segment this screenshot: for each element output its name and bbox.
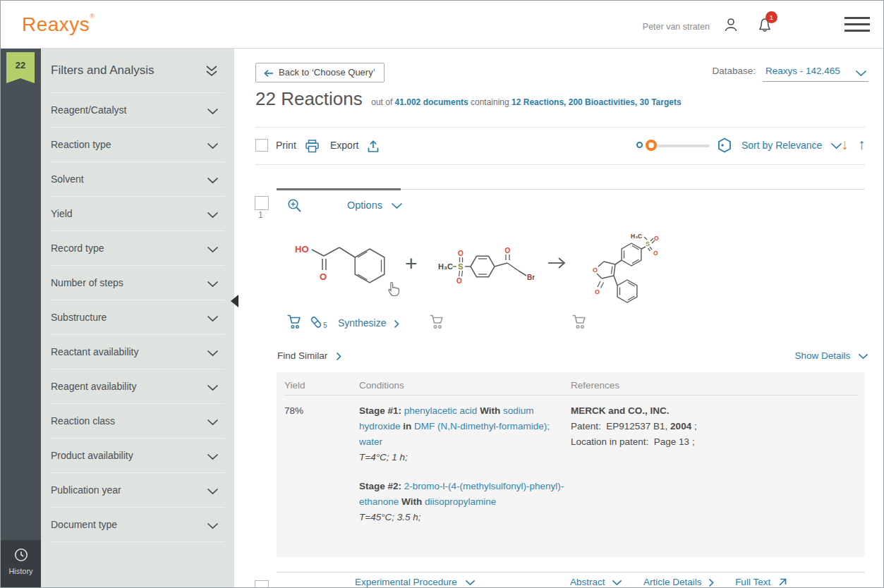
export-upload-icon	[367, 140, 380, 153]
structure-size-min-dot	[636, 142, 643, 148]
reactant-structure-bromoketone[interactable]: H₃C S O O O Br	[437, 247, 535, 286]
chevron-down-icon	[207, 246, 219, 253]
chevron-down-icon	[465, 580, 476, 586]
structure-size-slider-handle[interactable]	[646, 140, 657, 151]
filter-solvent[interactable]: Solvent	[51, 162, 224, 197]
chevron-right-icon	[336, 352, 341, 361]
next-reaction-checkbox[interactable]	[255, 580, 269, 588]
find-similar-link[interactable]: Find Similar	[277, 350, 341, 361]
filter-reagent-availability[interactable]: Reagent availability	[51, 369, 224, 404]
containing-text: containing	[471, 97, 509, 107]
chevron-down-icon	[207, 142, 219, 149]
chevron-right-icon	[708, 578, 714, 587]
print-button[interactable]: Print	[276, 140, 320, 153]
filter-number-of-steps[interactable]: Number of steps	[51, 266, 224, 300]
svg-text:O: O	[653, 250, 658, 257]
main-menu-button[interactable]	[844, 17, 870, 32]
divider	[255, 127, 865, 128]
reaction-select-checkbox[interactable]	[255, 196, 269, 210]
add-to-cart-icon-reactant2[interactable]	[429, 314, 446, 330]
synthesize-label: Synthesize	[338, 317, 386, 329]
references-cell: MERCK and CO., INC. Patent: EP912537 B1,…	[571, 403, 853, 450]
collapse-filters-handle[interactable]	[231, 295, 238, 307]
abstract-dropdown[interactable]: Abstract	[570, 577, 625, 587]
commercial-availability-pill-icon[interactable]: 5	[309, 315, 327, 329]
database-selector-row: Database:Reaxys - 142.465	[712, 66, 868, 82]
filter-product-availability[interactable]: Product availability	[51, 439, 224, 473]
chevron-down-icon	[207, 315, 219, 322]
svg-text:O: O	[458, 250, 464, 257]
svg-text:O: O	[456, 277, 462, 285]
filter-reaction-type[interactable]: Reaction type	[51, 128, 224, 162]
filter-yield[interactable]: Yield	[51, 197, 224, 231]
filter-publication-year[interactable]: Publication year	[51, 473, 224, 508]
filter-record-type[interactable]: Record type	[51, 231, 224, 266]
profile-button[interactable]	[722, 16, 739, 36]
back-to-choose-query-button[interactable]: Back to ‘Choose Query’	[255, 63, 385, 82]
filters-panel-header[interactable]: Filters and Analysis	[51, 49, 224, 93]
filter-reagent-catalyst[interactable]: Reagent/Catalyst	[51, 93, 224, 128]
divider	[277, 572, 865, 572]
find-similar-label: Find Similar	[277, 350, 327, 361]
database-value: Reaxys - 142.465	[765, 66, 840, 76]
results-area: Back to ‘Choose Query’ Database:Reaxys -…	[234, 49, 884, 588]
reactant-structure-phenylacetic-acid[interactable]: HO O	[293, 239, 399, 295]
filters-panel: Filters and Analysis Reagent/Catalyst Re…	[41, 49, 234, 588]
col-header-yield: Yield	[284, 380, 305, 391]
svg-text:O: O	[593, 267, 598, 274]
chevron-down-icon	[207, 108, 219, 115]
export-button[interactable]: Export	[330, 140, 380, 153]
svg-text:S: S	[646, 240, 650, 247]
external-link-icon	[777, 577, 787, 587]
full-text-link[interactable]: Full Text	[735, 577, 787, 587]
add-to-cart-icon-product[interactable]	[571, 314, 588, 330]
chevron-down-icon	[207, 522, 219, 529]
print-label: Print	[276, 140, 296, 151]
database-select[interactable]: Reaxys - 142.465	[763, 66, 868, 82]
filter-reaction-class[interactable]: Reaction class	[51, 404, 224, 439]
print-select-checkbox[interactable]	[255, 139, 268, 152]
pill-icon	[309, 315, 323, 329]
reference-location: Location in patent: Page 13 ;	[571, 434, 853, 450]
stage1-text[interactable]: Stage #1: phenylacetic acid With sodium …	[359, 403, 572, 450]
reaxys-logo[interactable]: Reaxys®	[22, 13, 95, 36]
experimental-procedure-dropdown[interactable]: Experimental Procedure	[355, 577, 476, 587]
commercial-count: 5	[323, 321, 327, 329]
experimental-procedure-label: Experimental Procedure	[355, 577, 457, 587]
reaction-index: 1	[258, 210, 263, 220]
col-header-conditions: Conditions	[359, 380, 404, 391]
facet-link-targets[interactable]: 30 Targets	[640, 97, 682, 107]
options-dropdown[interactable]: Options	[347, 200, 403, 211]
sort-label: Sort by Relevance	[741, 140, 822, 151]
svg-text:Br: Br	[527, 274, 535, 281]
synthesize-link[interactable]: Synthesize	[338, 317, 399, 329]
chevron-down-icon	[612, 580, 622, 586]
results-count-flag: 22	[6, 52, 35, 83]
filter-substructure[interactable]: Substructure	[51, 300, 224, 335]
show-details-dropdown[interactable]: Show Details	[794, 350, 868, 361]
chevron-right-icon	[394, 319, 399, 329]
product-structure[interactable]: H₃C S O O O O	[590, 228, 664, 307]
add-to-cart-icon-reactant1[interactable]	[286, 314, 303, 330]
zoom-in-icon[interactable]	[287, 198, 302, 213]
notifications-button[interactable]: 1	[756, 16, 775, 35]
structure-size-slider-track[interactable]	[650, 145, 710, 147]
article-details-link[interactable]: Article Details	[643, 577, 717, 587]
logo-text: Reaxys	[22, 13, 90, 35]
left-rail: 22 History	[1, 49, 41, 588]
stage2-text[interactable]: Stage #2: 2-bromo-l-(4-(methylsulfonyl)-…	[359, 479, 572, 510]
documents-link[interactable]: 41.002 documents	[395, 97, 468, 107]
filter-reactant-availability[interactable]: Reactant availability	[51, 335, 224, 369]
results-count-title: 22 Reactions	[255, 88, 363, 109]
sort-descending-button[interactable]: ↓	[841, 136, 849, 153]
filters-title: Filters and Analysis	[51, 63, 154, 78]
filter-document-type[interactable]: Document type	[51, 508, 224, 542]
sort-ascending-button[interactable]: ↑	[858, 136, 866, 153]
facet-link-reactions[interactable]: 12 Reactions,	[511, 97, 566, 107]
card-scroll-indicator	[277, 188, 401, 190]
history-button[interactable]: History	[1, 540, 41, 588]
reference-company: MERCK and CO., INC.	[571, 403, 853, 419]
benzene-size-icon[interactable]	[716, 137, 733, 154]
facet-link-bioactivities[interactable]: 200 Bioactivities,	[569, 97, 637, 107]
sort-by-dropdown[interactable]: Sort by Relevance	[741, 140, 842, 151]
